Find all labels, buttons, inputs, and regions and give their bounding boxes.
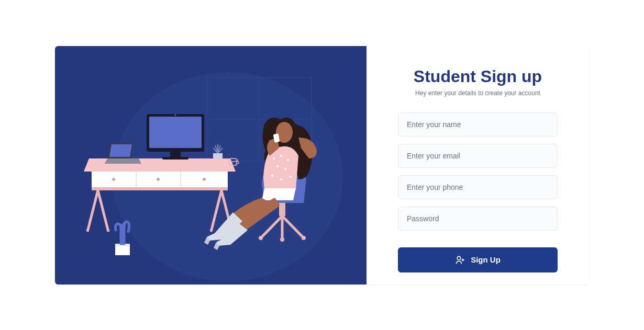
svg-point-36 bbox=[290, 176, 292, 178]
svg-point-26 bbox=[259, 236, 263, 240]
svg-point-33 bbox=[276, 165, 279, 167]
svg-point-34 bbox=[284, 168, 286, 170]
email-input[interactable] bbox=[398, 144, 558, 168]
svg-point-19 bbox=[175, 114, 176, 116]
svg-point-35 bbox=[271, 175, 273, 177]
svg-point-41 bbox=[457, 256, 461, 260]
svg-point-8 bbox=[157, 178, 160, 181]
signup-button-label: Sign Up bbox=[471, 255, 501, 264]
signup-form: Sign Up bbox=[398, 112, 558, 272]
password-input[interactable] bbox=[398, 207, 558, 231]
svg-rect-20 bbox=[213, 153, 223, 160]
name-input[interactable] bbox=[398, 112, 558, 136]
svg-rect-10 bbox=[92, 187, 228, 190]
desk-illustration bbox=[55, 46, 367, 285]
signup-container: Student Sign up Hey enter your details t… bbox=[55, 46, 589, 285]
svg-point-30 bbox=[273, 157, 275, 160]
svg-point-27 bbox=[280, 237, 284, 242]
signup-button[interactable]: Sign Up bbox=[398, 247, 558, 272]
svg-line-12 bbox=[98, 190, 108, 232]
svg-point-28 bbox=[302, 236, 306, 240]
svg-line-11 bbox=[87, 190, 98, 232]
user-plus-icon bbox=[455, 255, 465, 265]
svg-rect-22 bbox=[279, 203, 285, 216]
svg-point-9 bbox=[203, 178, 206, 181]
svg-rect-16 bbox=[149, 117, 202, 148]
illustration-panel bbox=[55, 46, 367, 285]
svg-rect-18 bbox=[162, 157, 188, 160]
svg-point-7 bbox=[112, 178, 115, 181]
svg-point-37 bbox=[280, 178, 282, 180]
form-panel: Student Sign up Hey enter your details t… bbox=[367, 46, 589, 285]
svg-point-31 bbox=[280, 155, 282, 157]
svg-rect-17 bbox=[170, 152, 181, 157]
page-title: Student Sign up bbox=[414, 67, 542, 86]
svg-point-32 bbox=[287, 159, 289, 161]
page-subtitle: Hey enter your details to create your ac… bbox=[415, 89, 540, 97]
phone-input[interactable] bbox=[398, 175, 558, 199]
